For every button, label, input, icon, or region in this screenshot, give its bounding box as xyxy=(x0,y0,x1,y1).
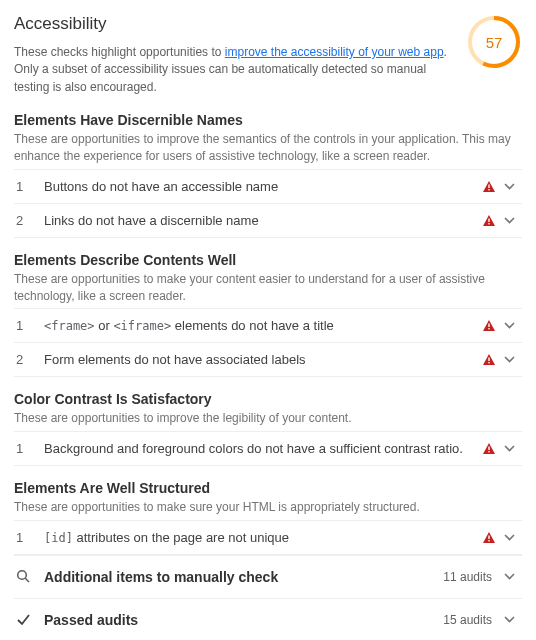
audit-number: 1 xyxy=(16,318,44,333)
search-icon xyxy=(16,569,44,584)
warning-icon xyxy=(480,532,498,543)
audit-number: 2 xyxy=(16,213,44,228)
warning-icon xyxy=(480,181,498,192)
summary-row[interactable]: Additional items to manually check11 aud… xyxy=(14,555,522,598)
svg-rect-3 xyxy=(488,189,489,190)
audit-row[interactable]: 1<frame> or <iframe> elements do not hav… xyxy=(14,308,522,342)
chevron-down-icon xyxy=(498,573,520,580)
svg-rect-9 xyxy=(488,362,489,363)
summary-count: 15 audits xyxy=(443,613,492,627)
audit-text: Background and foreground colors do not … xyxy=(44,441,480,456)
audit-section: Elements Are Well StructuredThese are op… xyxy=(14,480,522,555)
section-title: Elements Describe Contents Well xyxy=(14,252,522,268)
check-icon xyxy=(16,612,44,627)
summary-label: Additional items to manually check xyxy=(44,569,443,585)
svg-rect-8 xyxy=(488,358,489,362)
svg-point-14 xyxy=(18,571,27,580)
svg-rect-10 xyxy=(488,447,489,451)
warning-icon xyxy=(480,354,498,365)
page-title: Accessibility xyxy=(14,14,454,34)
svg-rect-11 xyxy=(488,451,489,452)
section-description: These are opportunities to make your con… xyxy=(14,271,522,305)
svg-rect-7 xyxy=(488,328,489,329)
audit-section: Color Contrast Is SatisfactoryThese are … xyxy=(14,391,522,466)
summary-count: 11 audits xyxy=(443,570,492,584)
audit-number: 1 xyxy=(16,179,44,194)
audit-section: Elements Describe Contents WellThese are… xyxy=(14,252,522,378)
audit-text: <frame> or <iframe> elements do not have… xyxy=(44,318,480,333)
audit-section: Elements Have Discernible NamesThese are… xyxy=(14,112,522,238)
audit-number: 1 xyxy=(16,441,44,456)
chevron-down-icon xyxy=(498,445,520,452)
audit-row[interactable]: 1[id] attributes on the page are not uni… xyxy=(14,520,522,555)
warning-icon xyxy=(480,215,498,226)
section-title: Elements Have Discernible Names xyxy=(14,112,522,128)
page-description: These checks highlight opportunities to … xyxy=(14,44,454,96)
chevron-down-icon xyxy=(498,217,520,224)
chevron-down-icon xyxy=(498,183,520,190)
improve-accessibility-link[interactable]: improve the accessibility of your web ap… xyxy=(225,45,444,59)
audit-number: 2 xyxy=(16,352,44,367)
warning-icon xyxy=(480,320,498,331)
summary-row[interactable]: Passed audits15 audits xyxy=(14,598,522,640)
audit-text: Form elements do not have associated lab… xyxy=(44,352,480,367)
warning-icon xyxy=(480,443,498,454)
chevron-down-icon xyxy=(498,534,520,541)
svg-rect-6 xyxy=(488,324,489,328)
summary-label: Passed audits xyxy=(44,612,443,628)
section-description: These are opportunities to improve the l… xyxy=(14,410,522,427)
score-value: 57 xyxy=(466,14,522,70)
section-title: Color Contrast Is Satisfactory xyxy=(14,391,522,407)
section-description: These are opportunities to improve the s… xyxy=(14,131,522,165)
section-title: Elements Are Well Structured xyxy=(14,480,522,496)
audit-row[interactable]: 2Links do not have a discernible name xyxy=(14,203,522,238)
audit-text: Buttons do not have an accessible name xyxy=(44,179,480,194)
audit-row[interactable]: 1Background and foreground colors do not… xyxy=(14,431,522,466)
audit-row[interactable]: 2Form elements do not have associated la… xyxy=(14,342,522,377)
audit-text: Links do not have a discernible name xyxy=(44,213,480,228)
score-gauge: 57 xyxy=(466,14,522,70)
section-description: These are opportunities to make sure you… xyxy=(14,499,522,516)
svg-line-15 xyxy=(25,579,29,583)
header-text: Accessibility These checks highlight opp… xyxy=(14,14,466,96)
svg-rect-13 xyxy=(488,540,489,541)
chevron-down-icon xyxy=(498,356,520,363)
header: Accessibility These checks highlight opp… xyxy=(14,14,522,96)
audit-number: 1 xyxy=(16,530,44,545)
audit-text: [id] attributes on the page are not uniq… xyxy=(44,530,480,545)
audit-row[interactable]: 1Buttons do not have an accessible name xyxy=(14,169,522,203)
chevron-down-icon xyxy=(498,616,520,623)
svg-rect-12 xyxy=(488,535,489,539)
svg-rect-4 xyxy=(488,218,489,222)
chevron-down-icon xyxy=(498,322,520,329)
svg-rect-2 xyxy=(488,184,489,188)
svg-rect-5 xyxy=(488,223,489,224)
